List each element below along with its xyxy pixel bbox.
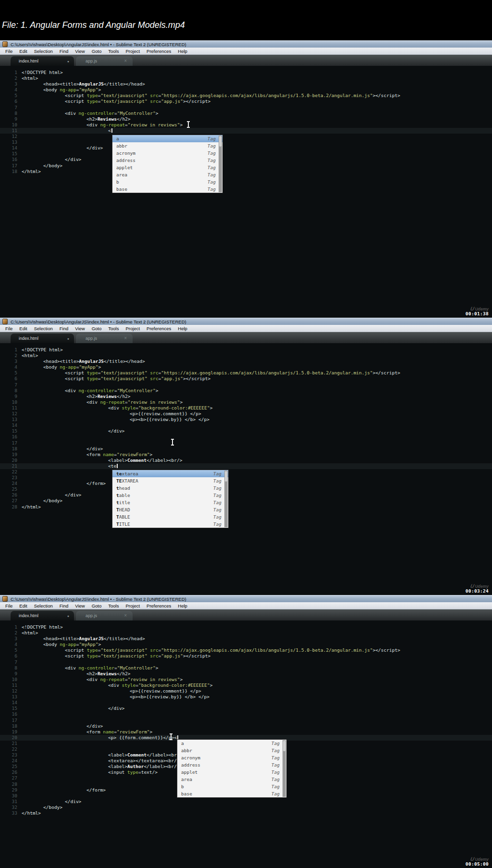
code-line-7[interactable]: 7 [0, 105, 492, 111]
menu-file[interactable]: File [2, 49, 16, 54]
autocomplete-item-THEAD[interactable]: THEADTag [112, 506, 228, 513]
code-line-1[interactable]: 1<!DOCTYPE html> [0, 70, 492, 75]
menu-selection[interactable]: Selection [31, 326, 56, 331]
code-line-1[interactable]: 1<!DOCTYPE html> [0, 624, 492, 630]
code-line-28[interactable]: 28</html> [0, 504, 492, 510]
code-line-31[interactable]: 31</div> [0, 799, 492, 805]
menu-goto[interactable]: Goto [88, 603, 105, 608]
menu-help[interactable]: Help [174, 603, 191, 608]
code-line-33[interactable]: 33</html> [0, 810, 492, 816]
tab-index.html[interactable]: index.html● [11, 56, 74, 66]
code-line-15[interactable]: 15 [0, 151, 492, 157]
code-line-13[interactable]: 13 [0, 139, 492, 145]
menu-project[interactable]: Project [122, 49, 143, 54]
menu-preferences[interactable]: Preferences [143, 603, 174, 608]
code-line-14[interactable]: 14 [0, 422, 492, 428]
code-line-9[interactable]: 9<h2>Reviews</h2> [0, 394, 492, 399]
code-line-4[interactable]: 4<body ng-app="myApp"> [0, 642, 492, 647]
autocomplete-item-abbr[interactable]: abbrTag [177, 747, 286, 754]
autocomplete-item-base[interactable]: baseTag [112, 186, 222, 193]
autocomplete-item-acronym[interactable]: acronymTag [177, 754, 286, 761]
code-line-21[interactable]: 21<te [0, 463, 492, 469]
code-line-10[interactable]: 10<div ng-repeat="review in reviews"> [0, 399, 492, 405]
code-line-10[interactable]: 10<div ng-repeat="review in reviews"> [0, 677, 492, 682]
menu-edit[interactable]: Edit [16, 326, 30, 331]
autocomplete-item-base[interactable]: baseTag [177, 790, 286, 797]
menu-find[interactable]: Find [56, 49, 72, 54]
menu-edit[interactable]: Edit [16, 49, 30, 54]
code-line-6[interactable]: 6<script type="text/javascript" src="app… [0, 99, 492, 104]
code-line-8[interactable]: 8<div ng-controller="MyController"> [0, 388, 492, 394]
code-line-8[interactable]: 8<div ng-controller="MyController"> [0, 665, 492, 671]
code-line-17[interactable]: 17 [0, 718, 492, 723]
code-line-3[interactable]: 3<head><title>AngularJS</title></head> [0, 359, 492, 364]
autocomplete-item-area[interactable]: areaTag [112, 171, 222, 178]
code-line-18[interactable]: 18</div> [0, 446, 492, 452]
code-line-2[interactable]: 2<html> [0, 353, 492, 359]
code-line-9[interactable]: 9<h2>Reviews</h2> [0, 116, 492, 122]
autocomplete-item-TABLE[interactable]: TABLETag [112, 513, 228, 521]
code-editor[interactable]: 1<!DOCTYPE html>2<html>3<head><title>Ang… [0, 343, 492, 595]
menu-find[interactable]: Find [56, 326, 72, 331]
title-bar[interactable]: C:\Users\Vishwas\Desktop\AngularJS\index… [0, 318, 492, 325]
code-line-5[interactable]: 5<script type="text/javascript" src="htt… [0, 647, 492, 653]
tab-index.html[interactable]: index.html● [11, 334, 74, 343]
code-line-4[interactable]: 4<body ng-app="myApp"> [0, 364, 492, 370]
code-line-8[interactable]: 8<div ng-controller="MyController"> [0, 111, 492, 116]
menu-project[interactable]: Project [122, 603, 143, 608]
autocomplete-item-TITLE[interactable]: TITLETag [112, 521, 228, 528]
code-line-12[interactable]: 12<p>{{review.comment}} </p> [0, 411, 492, 417]
code-line-10[interactable]: 10<div ng-repeat="review in reviews"> [0, 122, 492, 128]
code-line-5[interactable]: 5<script type="text/javascript" src="htt… [0, 370, 492, 376]
menu-selection[interactable]: Selection [31, 49, 56, 54]
menu-help[interactable]: Help [174, 49, 191, 54]
code-line-32[interactable]: 32</body> [0, 805, 492, 810]
code-line-11[interactable]: 11< [0, 128, 492, 134]
autocomplete-item-address[interactable]: addressTag [112, 157, 222, 164]
menu-goto[interactable]: Goto [88, 49, 105, 54]
code-line-6[interactable]: 6<script type="text/javascript" src="app… [0, 653, 492, 659]
menu-view[interactable]: View [72, 603, 88, 608]
code-line-1[interactable]: 1<!DOCTYPE html> [0, 347, 492, 353]
code-line-18[interactable]: 18</html> [0, 169, 492, 174]
code-line-17[interactable]: 17</body> [0, 163, 492, 169]
menu-help[interactable]: Help [174, 326, 191, 331]
menu-view[interactable]: View [72, 49, 88, 54]
autocomplete-item-a[interactable]: aTag [177, 740, 286, 747]
autocomplete-item-textarea[interactable]: textareaTag [112, 470, 228, 477]
autocomplete-item-area[interactable]: areaTag [177, 776, 286, 783]
code-line-18[interactable]: 18</div> [0, 723, 492, 729]
code-line-23[interactable]: 23 [0, 475, 492, 481]
code-line-14[interactable]: 14</div> [0, 145, 492, 151]
menu-tools[interactable]: Tools [105, 603, 122, 608]
code-line-19[interactable]: 19<form name="reviewForm"> [0, 729, 492, 735]
autocomplete-item-abbr[interactable]: abbrTag [112, 142, 222, 149]
menu-file[interactable]: File [2, 326, 16, 331]
title-bar[interactable]: C:\Users\Vishwas\Desktop\AngularJS\index… [0, 595, 492, 602]
menu-preferences[interactable]: Preferences [143, 326, 174, 331]
code-line-12[interactable]: 12<p>{{review.comment}} </p> [0, 688, 492, 694]
code-line-2[interactable]: 2<html> [0, 75, 492, 81]
menu-file[interactable]: File [2, 603, 16, 608]
autocomplete-item-applet[interactable]: appletTag [177, 769, 286, 776]
code-line-3[interactable]: 3<head><title>AngularJS</title></head> [0, 81, 492, 87]
menu-preferences[interactable]: Preferences [143, 49, 174, 54]
code-line-19[interactable]: 19<form name="reviewForm"> [0, 452, 492, 458]
menu-project[interactable]: Project [122, 326, 143, 331]
close-tab-icon[interactable]: × [124, 613, 127, 618]
code-line-11[interactable]: 11<div style="background-color:#EEEEEE"> [0, 405, 492, 411]
title-bar[interactable]: C:\Users\Vishwas\Desktop\AngularJS\index… [0, 40, 492, 48]
autocomplete-item-title[interactable]: titleTag [112, 499, 228, 506]
code-line-13[interactable]: 13<p><b>{{review.by}} </b> </p> [0, 694, 492, 700]
tab-index.html[interactable]: index.html● [11, 611, 74, 620]
code-line-9[interactable]: 9<h2>Reviews</h2> [0, 671, 492, 677]
menu-find[interactable]: Find [56, 603, 72, 608]
code-line-5[interactable]: 5<script type="text/javascript" src="htt… [0, 93, 492, 99]
popup-scrollbar[interactable] [224, 471, 228, 527]
menu-view[interactable]: View [72, 326, 88, 331]
menu-tools[interactable]: Tools [105, 49, 122, 54]
autocomplete-item-applet[interactable]: appletTag [112, 164, 222, 171]
menu-tools[interactable]: Tools [105, 326, 122, 331]
close-tab-icon[interactable]: × [124, 59, 127, 63]
tab-app.js[interactable]: app.js× [76, 611, 133, 620]
